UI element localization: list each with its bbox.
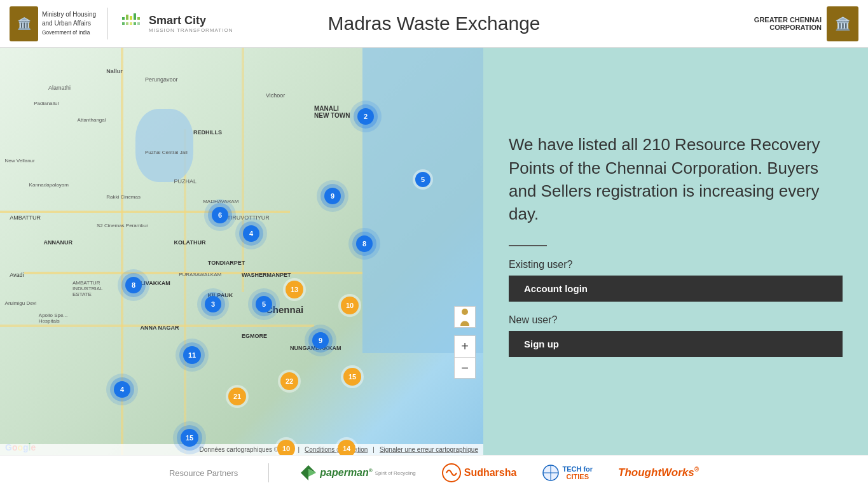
marker-orange-10a[interactable]: 10 — [341, 297, 359, 314]
place-label-puzhal: Puzhal Central Jail — [145, 150, 188, 155]
paperman-tagline: Spirit of Recycling — [375, 470, 416, 476]
marker-blue-11[interactable]: 11 — [183, 346, 201, 364]
marker-orange-21[interactable]: 21 — [228, 388, 246, 405]
place-label-s2cinemas: S2 Cinemas Perambur — [97, 223, 148, 228]
panel-divider — [509, 245, 547, 246]
footer: Resource Partners paperman® Spirit of Re… — [0, 455, 868, 490]
place-label-tiruvottiyur: TIRUVOTTIYUR — [227, 214, 270, 221]
place-label-kannadapalayam: Kannadapalayam — [29, 182, 69, 188]
place-label-avadi: Avadi — [10, 272, 24, 278]
place-label-vellanur: New Vellanur — [5, 158, 35, 164]
marker-blue-3[interactable]: 3 — [205, 296, 221, 312]
map-container[interactable]: Nallur Alamathi Perungavoor Vichoor MANA… — [0, 48, 483, 455]
svg-point-10 — [462, 309, 468, 315]
place-label-annanur: ANNANUR — [43, 239, 72, 246]
partner-thoughtworks: ThoughtWorks® — [618, 466, 699, 480]
smart-city-tagline: MISSION TRANSFORMATION — [149, 27, 233, 33]
header-left: 🏛️ Ministry of Housingand Urban AffairsG… — [10, 6, 233, 41]
place-label-perungavoor: Perungavoor — [145, 76, 178, 83]
footer-divider — [268, 463, 269, 482]
page-title: Madras Waste Exchange — [327, 13, 540, 34]
place-label-washermanpet: WASHERMANPET — [242, 272, 291, 278]
main-area: Nallur Alamathi Perungavoor Vichoor MANA… — [0, 48, 868, 455]
panel-description: We have listed all 210 Resource Recovery… — [509, 133, 843, 226]
account-login-button[interactable]: Account login — [509, 276, 843, 302]
tech-cities-label: TECH for CITIES — [562, 465, 593, 480]
ministry-emblem: 🏛️ — [10, 6, 38, 41]
map-background: Nallur Alamathi Perungavoor Vichoor MANA… — [0, 48, 483, 455]
map-report[interactable]: Signaler une erreur cartographique — [380, 446, 478, 453]
new-user-label: New user? — [509, 314, 843, 326]
smart-city-label: Smart City — [149, 14, 233, 27]
marker-blue-8b[interactable]: 8 — [125, 277, 142, 293]
header-divider-1 — [107, 8, 108, 39]
map-controls: + − — [454, 335, 476, 379]
zoom-out-button[interactable]: − — [454, 357, 476, 379]
partner-sudharsha-label: Sudharsha — [464, 467, 517, 479]
marker-orange-15[interactable]: 15 — [343, 368, 361, 386]
map-footer: Données cartographiques ©2019 | Conditio… — [0, 444, 483, 455]
marker-orange-14[interactable]: 14 — [338, 440, 355, 455]
svg-rect-6 — [126, 22, 128, 25]
partner-thoughtworks-label: ThoughtWorks® — [618, 466, 699, 479]
place-label-padianallur: Padianallur — [34, 101, 59, 106]
marker-blue-4a[interactable]: 4 — [243, 225, 259, 242]
place-label-anna-nagar: ANNA NAGAR — [140, 325, 179, 331]
zoom-in-button[interactable]: + — [454, 335, 476, 357]
header: 🏛️ Ministry of Housingand Urban AffairsG… — [0, 0, 868, 48]
person-icon-button[interactable] — [454, 306, 476, 328]
svg-rect-3 — [134, 13, 136, 20]
marker-orange-22[interactable]: 22 — [280, 372, 298, 390]
tech-cities-icon — [542, 464, 560, 482]
marker-blue-15[interactable]: 15 — [181, 429, 198, 447]
partner-paperman: paperman® Spirit of Recycling — [300, 464, 415, 482]
place-label-arulmigu: Arulmigu Devi — [5, 300, 37, 306]
marker-orange-10b[interactable]: 10 — [277, 440, 295, 455]
svg-rect-0 — [122, 17, 125, 20]
svg-rect-8 — [134, 22, 136, 25]
svg-rect-5 — [122, 22, 125, 25]
place-label-manali-new: MANALINEW TOWN — [314, 105, 350, 119]
marker-blue-2[interactable]: 2 — [357, 108, 374, 125]
place-label-attanthangal: Attanthangal — [78, 117, 106, 123]
place-label-kolathur: KOLATHUR — [174, 239, 206, 246]
place-label-nallur: Nallur — [106, 68, 123, 74]
road-v2 — [242, 48, 244, 292]
svg-rect-7 — [130, 22, 132, 25]
ministry-text: Ministry of Housingand Urban AffairsGove… — [42, 10, 96, 37]
person-svg — [458, 308, 471, 326]
marker-blue-5b[interactable]: 5 — [256, 296, 272, 312]
place-label-alamathi: Alamathi — [48, 85, 71, 91]
marker-blue-4b[interactable]: 4 — [114, 381, 130, 398]
place-label-apollo: Apollo Spe...Hospitals — [39, 312, 67, 324]
marker-orange-13[interactable]: 13 — [286, 281, 303, 298]
paperman-icon — [300, 464, 317, 482]
smart-city-logo: Smart City MISSION TRANSFORMATION — [120, 11, 233, 36]
sudharsha-icon — [441, 463, 462, 483]
marker-blue-6[interactable]: 6 — [212, 207, 228, 223]
marker-blue-9a[interactable]: 9 — [324, 188, 341, 204]
partner-sudharsha: Sudharsha — [441, 463, 517, 483]
ministry-logo: 🏛️ Ministry of Housingand Urban AffairsG… — [10, 6, 96, 41]
svg-rect-2 — [130, 16, 132, 20]
place-label-ambattur: AMBATTUR — [10, 214, 41, 221]
svg-rect-4 — [137, 17, 140, 20]
resource-partners-label: Resource Partners — [169, 468, 238, 478]
gcc-emblem: 🏛️ — [827, 6, 858, 41]
place-label-vichoor: Vichoor — [266, 92, 285, 99]
marker-blue-5[interactable]: 5 — [415, 172, 431, 187]
map-terms[interactable]: Conditions d'utilisation — [305, 446, 368, 453]
smart-city-icon — [120, 11, 145, 36]
road-h1 — [0, 211, 290, 213]
svg-rect-1 — [126, 15, 128, 20]
marker-blue-9b[interactable]: 9 — [312, 332, 329, 349]
water-body — [135, 109, 193, 182]
existing-user-label: Existing user? — [509, 259, 843, 270]
gcc-text: GREATER CHENNAICORPORATION — [754, 16, 822, 31]
sign-up-button[interactable]: Sign up — [509, 331, 843, 357]
place-label-puzhal2: PUZHAL — [174, 178, 197, 185]
place-label-egmore: EGMORE — [242, 333, 267, 339]
place-label-redhills: REDHILLS — [193, 129, 222, 136]
marker-blue-8a[interactable]: 8 — [356, 235, 373, 252]
place-label-madhavaram: MADHAVARAM — [203, 199, 238, 204]
